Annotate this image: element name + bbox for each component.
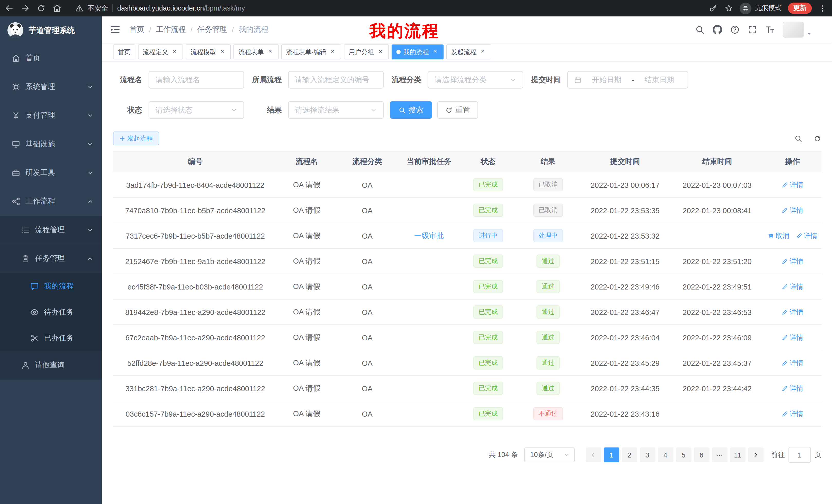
sidebar-item-payment[interactable]: 支付管理	[0, 101, 102, 130]
cancel-action[interactable]: 取消	[768, 231, 789, 241]
help-icon[interactable]	[730, 25, 740, 34]
page-size-select[interactable]: 10条/页	[524, 447, 575, 463]
goto-page-input[interactable]: 1	[788, 447, 811, 463]
process-name-input[interactable]: 请输入流程名	[149, 71, 244, 89]
close-icon[interactable]: ×	[432, 48, 439, 56]
page-button-3[interactable]: 3	[640, 447, 655, 463]
github-icon[interactable]	[713, 25, 722, 34]
result-tag: 已取消	[533, 178, 563, 191]
refresh-icon	[445, 106, 453, 114]
toolbox-icon	[11, 169, 20, 177]
prev-page-button[interactable]	[586, 447, 601, 463]
tab-process-form-edit[interactable]: 流程表单-编辑×	[281, 45, 341, 59]
sidebar-item-process-mgmt[interactable]: 流程管理	[0, 216, 102, 244]
tab-create-process[interactable]: 发起流程×	[446, 45, 491, 59]
tab-process-definition[interactable]: 流程定义×	[138, 45, 183, 59]
breadcrumb: 首页/工作流程/任务管理/我的流程	[130, 25, 268, 34]
chevron-right-icon	[752, 452, 759, 458]
toggle-search-icon[interactable]	[794, 134, 802, 142]
browser-refresh-icon[interactable]	[36, 4, 46, 12]
detail-action[interactable]: 详情	[796, 231, 817, 241]
detail-action[interactable]: 详情	[782, 409, 803, 418]
result-tag: 已完成	[473, 255, 503, 268]
page-title-annotation: 我的流程	[369, 20, 439, 43]
page-ellipsis[interactable]: ⋯	[712, 447, 727, 463]
reset-button[interactable]: 重置	[437, 101, 478, 119]
filter-process-name: 流程名 请输入流程名	[113, 71, 244, 89]
detail-action[interactable]: 详情	[782, 205, 803, 215]
submit-time-range-input[interactable]: 开始日期 - 结束日期	[567, 71, 688, 89]
browser-back-icon[interactable]	[5, 4, 14, 12]
close-icon[interactable]: ×	[218, 48, 226, 56]
sidebar-item-home[interactable]: 首页	[0, 44, 102, 73]
page-button-6[interactable]: 6	[694, 447, 709, 463]
incognito-profile-chip[interactable]: 无痕模式	[740, 2, 782, 14]
close-icon[interactable]: ×	[171, 48, 178, 56]
breadcrumb-separator: /	[232, 25, 234, 34]
detail-action[interactable]: 详情	[782, 333, 803, 342]
detail-action[interactable]: 详情	[782, 180, 803, 190]
category-select[interactable]: 请选择流程分类	[427, 71, 523, 89]
chevron-down-icon	[564, 452, 570, 458]
sidebar-item-my-process[interactable]: 我的流程	[0, 273, 102, 299]
user-avatar-menu[interactable]	[783, 22, 812, 38]
filter-process-definition: 所属流程 请输入流程定义的编号	[252, 71, 384, 89]
sidebar: 芋道管理系统 首页系统管理支付管理基础设施研发工具工作流程流程管理任务管理我的流…	[0, 17, 102, 504]
sidebar-item-done-task[interactable]: 已办任务	[0, 325, 102, 351]
password-manager-icon[interactable]	[709, 4, 718, 12]
sidebar-item-task-mgmt[interactable]: 任务管理	[0, 244, 102, 273]
close-icon[interactable]: ×	[329, 48, 337, 56]
search-button[interactable]: 搜索	[390, 101, 432, 119]
process-definition-input[interactable]: 请输入流程定义的编号	[288, 71, 384, 89]
tab-user-group[interactable]: 用户分组×	[344, 45, 389, 59]
sidebar-item-leave-query[interactable]: 请假查询	[0, 351, 102, 380]
fullscreen-icon[interactable]	[748, 25, 757, 34]
detail-action[interactable]: 详情	[782, 307, 803, 317]
sidebar-item-infra[interactable]: 基础设施	[0, 130, 102, 159]
font-size-icon[interactable]	[765, 25, 775, 34]
app-logo[interactable]: 芋道管理系统	[0, 17, 102, 44]
result-select[interactable]: 请选择流结果	[288, 101, 384, 119]
sidebar-item-todo-task[interactable]: 待办任务	[0, 299, 102, 325]
hamburger-icon[interactable]	[110, 24, 120, 35]
sidebar-menu: 首页系统管理支付管理基础设施研发工具工作流程流程管理任务管理我的流程待办任务已办…	[0, 44, 102, 380]
close-icon[interactable]: ×	[266, 48, 274, 56]
detail-action[interactable]: 详情	[782, 384, 803, 393]
tab-home[interactable]: 首页	[113, 45, 135, 59]
tab-process-model[interactable]: 流程模型×	[186, 45, 231, 59]
sidebar-item-dev-tools[interactable]: 研发工具	[0, 159, 102, 187]
close-icon[interactable]: ×	[479, 48, 487, 56]
chevron-down-icon	[87, 141, 93, 147]
table-row: 7470a810-7b9b-11ec-b5b7-acde48001122OA 请…	[113, 198, 822, 223]
detail-action[interactable]: 详情	[782, 358, 803, 368]
create-process-button[interactable]: 发起流程	[113, 132, 159, 145]
edit-icon	[782, 334, 788, 341]
header-search-icon[interactable]	[695, 25, 705, 34]
tab-process-form[interactable]: 流程表单×	[233, 45, 279, 59]
page-button-1[interactable]: 1	[604, 447, 619, 463]
page-button-11[interactable]: 11	[730, 447, 745, 463]
breadcrumb-item[interactable]: 工作流程	[156, 25, 186, 34]
tab-my-process[interactable]: 我的流程×	[392, 45, 443, 59]
active-dot	[396, 50, 401, 54]
browser-home-icon[interactable]	[52, 4, 61, 12]
browser-forward-icon[interactable]	[21, 4, 30, 12]
breadcrumb-item[interactable]: 首页	[130, 25, 145, 34]
current-task-link[interactable]: 一级审批	[414, 231, 444, 240]
update-button[interactable]: 更新	[788, 3, 812, 13]
refresh-table-icon[interactable]	[813, 134, 822, 142]
address-bar[interactable]: 不安全 dashboard.yudao.iocoder.cn/bpm/task/…	[75, 3, 245, 13]
next-page-button[interactable]	[748, 447, 763, 463]
sidebar-item-system[interactable]: 系统管理	[0, 73, 102, 101]
bookmark-star-icon[interactable]	[724, 4, 733, 12]
sidebar-item-workflow[interactable]: 工作流程	[0, 187, 102, 216]
browser-menu-icon[interactable]	[818, 4, 827, 12]
page-button-2[interactable]: 2	[622, 447, 637, 463]
detail-action[interactable]: 详情	[782, 282, 803, 291]
close-icon[interactable]: ×	[377, 48, 384, 56]
page-button-5[interactable]: 5	[676, 447, 691, 463]
page-button-4[interactable]: 4	[658, 447, 673, 463]
status-select[interactable]: 请选择状态	[149, 101, 244, 119]
breadcrumb-item[interactable]: 任务管理	[197, 25, 227, 34]
detail-action[interactable]: 详情	[782, 256, 803, 266]
